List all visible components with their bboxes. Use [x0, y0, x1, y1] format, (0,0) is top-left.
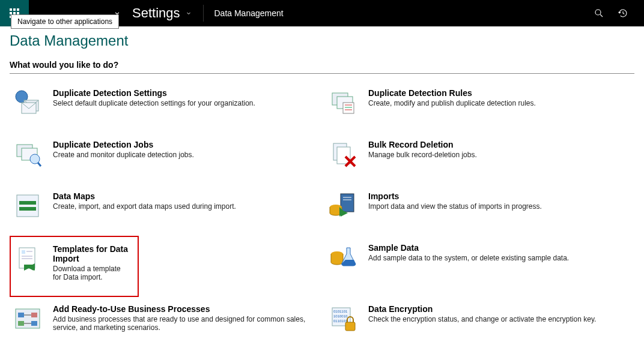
page-title: Data Management [10, 32, 634, 49]
svg-text:0101101: 0101101 [333, 310, 348, 313]
svg-rect-37 [31, 313, 37, 317]
item-templates-for-data-import[interactable]: Templates for Data Import Download a tem… [10, 236, 139, 297]
svg-rect-16 [337, 147, 350, 164]
item-title: Duplicate Detection Settings [53, 88, 255, 98]
svg-rect-20 [19, 201, 36, 205]
item-title: Duplicate Detection Jobs [53, 140, 194, 149]
svg-rect-7 [343, 103, 354, 113]
process-flow-icon [13, 304, 42, 333]
documents-delete-icon [329, 140, 357, 169]
item-title: Imports [368, 191, 542, 201]
svg-rect-21 [19, 207, 36, 211]
item-title: Data Encryption [368, 304, 596, 314]
item-duplicate-detection-rules[interactable]: Duplicate Detection Rules Create, modify… [325, 81, 634, 133]
data-map-icon [13, 191, 42, 220]
item-desc: Create, import, and export data maps use… [53, 202, 236, 211]
item-title: Sample Data [368, 243, 569, 253]
item-sample-data[interactable]: Sample Data Add sample data to the syste… [325, 236, 634, 297]
svg-rect-22 [341, 194, 354, 212]
item-title: Bulk Record Deletion [368, 140, 477, 149]
item-duplicate-detection-jobs[interactable]: Duplicate Detection Jobs Create and moni… [10, 133, 319, 184]
item-desc: Create, modify and publish duplicate det… [368, 99, 536, 107]
item-title: Duplicate Detection Rules [368, 88, 536, 98]
document-template-icon [13, 244, 42, 273]
search-icon[interactable] [594, 8, 604, 19]
action-grid: Duplicate Detection Settings Select defa… [10, 81, 634, 342]
history-icon[interactable] [618, 8, 628, 19]
svg-line-14 [38, 163, 41, 166]
item-add-ready-processes[interactable]: Add Ready-to-Use Business Processes Add … [10, 297, 319, 342]
item-duplicate-detection-settings[interactable]: Duplicate Detection Settings Select defa… [10, 81, 319, 133]
item-desc: Download a template for Data import. [53, 265, 128, 281]
chevron-down-icon [185, 10, 192, 17]
breadcrumb[interactable]: Data Management [204, 8, 294, 18]
item-desc: Check the encryption status, and change … [368, 315, 596, 323]
item-title: Add Ready-to-Use Business Processes [53, 304, 315, 314]
item-data-maps[interactable]: Data Maps Create, import, and export dat… [10, 184, 319, 236]
svg-text:1010010: 1010010 [333, 314, 348, 318]
flask-database-icon [329, 243, 357, 272]
item-desc: Add sample data to the system, or delete… [368, 254, 569, 262]
svg-rect-19 [17, 195, 38, 217]
svg-line-1 [600, 14, 603, 17]
lock-binary-icon: 010110110100100110101 [329, 304, 357, 333]
nav-settings[interactable]: Settings [121, 0, 203, 26]
svg-point-0 [595, 10, 601, 15]
item-desc: Import data and view the status of impor… [368, 202, 542, 211]
item-desc: Manage bulk record-deletion jobs. [368, 151, 477, 159]
svg-rect-36 [18, 313, 24, 317]
svg-rect-39 [31, 321, 37, 326]
item-desc: Create and monitor duplicate detection j… [53, 151, 194, 159]
item-title: Templates for Data Import [53, 244, 128, 263]
page-content: Data Management What would you like to d… [0, 26, 644, 342]
nav-settings-label: Settings [132, 5, 180, 21]
envelope-search-icon [13, 140, 42, 169]
item-desc: Add business processes that are ready to… [53, 315, 315, 332]
item-imports[interactable]: Imports Import data and view the status … [325, 184, 634, 236]
database-import-icon [329, 191, 357, 220]
envelope-gear-icon [13, 88, 42, 117]
item-bulk-record-deletion[interactable]: Bulk Record Deletion Manage bulk record-… [325, 133, 634, 184]
top-navigation-bar: Navigate to other applications Settings … [0, 0, 644, 26]
section-title: What would you like to do? [10, 58, 634, 74]
item-data-encryption[interactable]: 010110110100100110101 Data Encryption Ch… [325, 297, 634, 342]
item-title: Data Maps [53, 191, 236, 201]
item-desc: Select default duplicate detection setti… [53, 99, 255, 107]
svg-rect-38 [18, 321, 24, 326]
svg-rect-46 [345, 322, 355, 331]
app-switcher-tooltip: Navigate to other applications [11, 14, 119, 29]
envelope-list-icon [329, 88, 357, 117]
svg-rect-28 [22, 250, 25, 254]
